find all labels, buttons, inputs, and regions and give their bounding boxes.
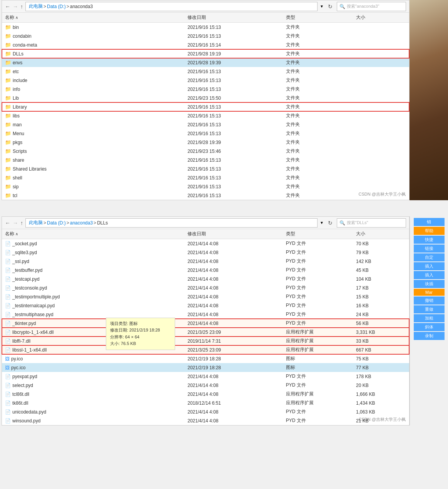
up-icon[interactable]: ↑ xyxy=(20,3,23,10)
table-row[interactable]: 📁tcl2021/9/16 15:13文件夹 xyxy=(2,191,409,200)
table-row[interactable]: 📄libffi-7.dll2019/11/14 7:31应用程序扩展33 KB xyxy=(2,337,409,345)
table-row[interactable]: 📁etc2021/9/16 15:13文件夹 xyxy=(2,67,409,76)
file-type-cell: PYD 文件 xyxy=(283,407,353,416)
table-row[interactable]: 📁libs2021/9/16 15:13文件夹 xyxy=(2,111,409,120)
search-box-1[interactable]: 🔍 搜索"anaconda3" xyxy=(337,2,406,11)
refresh-button-2[interactable]: ↻ xyxy=(326,219,334,227)
path2-thispc[interactable]: 此电脑 xyxy=(29,219,43,226)
table-row[interactable]: 📁pkgs2021/9/28 19:39文件夹 xyxy=(2,138,409,147)
table-row[interactable]: 📁sip2021/9/16 15:13文件夹 xyxy=(2,182,409,191)
table-row[interactable]: 📁man2021/9/16 15:13文件夹 xyxy=(2,120,409,129)
path2-datad[interactable]: Data (D:) xyxy=(47,220,66,226)
table-row[interactable]: 📁Menu2021/9/16 15:13文件夹 xyxy=(2,129,409,138)
sidebar-btn-custom[interactable]: 自定 xyxy=(414,253,445,261)
file-name-cell: 📁info xyxy=(2,85,184,94)
file-size-cell xyxy=(353,156,409,164)
sidebar-btn-undo[interactable]: 撤销 xyxy=(414,296,445,305)
forward-icon-2[interactable]: → xyxy=(13,220,18,226)
sidebar-btn-cancel[interactable]: 销 xyxy=(414,218,445,226)
file-type-cell: 应用程序扩展 xyxy=(283,337,353,345)
col-type-2[interactable]: 类型 xyxy=(283,229,353,239)
table-row[interactable]: 📄_ssl.pyd2021/4/14 4:08PYD 文件142 KB xyxy=(2,257,409,266)
sidebar-btn-block[interactable]: 块插 xyxy=(414,280,445,288)
table-row[interactable]: 📁Lib2021/9/23 15:50文件夹 xyxy=(2,94,409,102)
table-row[interactable]: 📁condabin2021/9/16 15:13文件夹 xyxy=(2,32,409,40)
dropdown-icon[interactable]: ▼ xyxy=(320,4,324,8)
path2-anaconda3[interactable]: anaconda3 xyxy=(70,220,93,226)
folder-icon: 📁 xyxy=(5,184,11,189)
forward-icon[interactable]: → xyxy=(13,3,18,10)
table-row[interactable]: 📄_testinternalcapi.pyd2021/4/14 4:08PYD … xyxy=(2,301,409,310)
dropdown-icon-2[interactable]: ▼ xyxy=(320,221,324,225)
table-row[interactable]: 🖼py.ico2021/2/19 18:28图标75 KB xyxy=(2,354,409,363)
sidebar-btn-record[interactable]: 录制 xyxy=(414,332,445,340)
file-type-cell: 文件夹 xyxy=(283,156,353,164)
pyd-icon: 📄 xyxy=(5,294,11,300)
table-row[interactable]: 🖼pyc.ico2021/2/19 18:28图标77 KB xyxy=(2,363,409,372)
table-row[interactable]: 📄_tkinter.pyd2021/4/14 4:08PYD 文件56 KB xyxy=(2,319,409,328)
table-row[interactable]: 📁envs2021/9/28 19:39文件夹 xyxy=(2,58,409,67)
folder-icon: 📁 xyxy=(5,33,11,39)
col-type-1[interactable]: 类型 xyxy=(283,13,353,23)
table-row[interactable]: 📄_testconsole.pyd2021/4/14 4:08PYD 文件17 … xyxy=(2,283,409,292)
sidebar-btn-insert1[interactable]: 插入 xyxy=(414,262,445,270)
table-row[interactable]: 📁info2021/9/16 15:13文件夹 xyxy=(2,85,409,94)
table-row[interactable]: 📄tk86t.dll2018/12/14 6:51应用程序扩展1,434 KB xyxy=(2,399,409,407)
path-thispc[interactable]: 此电脑 xyxy=(29,3,43,10)
sidebar-btn-insert2[interactable]: 插入 xyxy=(414,271,445,279)
col-size-1[interactable]: 大小 xyxy=(353,13,409,23)
back-icon[interactable]: ← xyxy=(5,3,10,10)
table-row[interactable]: 📄select.pyd2021/4/14 4:08PYD 文件20 KB xyxy=(2,381,409,390)
sidebar-btn-quick[interactable]: 快捷 xyxy=(414,236,445,244)
right-sidebar: 销 帮助 快捷 链接 自定 插入 插入 块插 Mar 撤销 重做 加粗 斜体 录… xyxy=(410,216,448,425)
file-name-cell: 📄_ssl.pyd xyxy=(2,257,184,266)
col-name-2[interactable]: 名称 ∧ xyxy=(2,229,184,239)
path-datad[interactable]: Data (D:) xyxy=(47,4,66,9)
sidebar-btn-link[interactable]: 链接 xyxy=(414,244,445,253)
table-row[interactable]: 📁shell2021/9/16 15:13文件夹 xyxy=(2,173,409,182)
table-row[interactable]: 📄pyexpat.pyd2021/4/14 4:08PYD 文件178 KB xyxy=(2,372,409,381)
back-icon-2[interactable]: ← xyxy=(5,220,10,226)
search-box-2[interactable]: 🔍 搜索"DLLs" xyxy=(337,218,406,228)
file-name-cell: 📁pkgs xyxy=(2,138,184,147)
col-date-2[interactable]: 修改日期 xyxy=(184,229,283,239)
table-row[interactable]: 📄_sqlite3.pyd2021/4/14 4:08PYD 文件79 KB xyxy=(2,248,409,257)
up-icon-2[interactable]: ↑ xyxy=(20,220,23,226)
sidebar-btn-bold[interactable]: 加粗 xyxy=(414,314,445,322)
file-size-cell: 20 KB xyxy=(353,381,409,390)
col-size-2[interactable]: 大小 xyxy=(353,229,409,239)
sidebar-btn-redo[interactable]: 重做 xyxy=(414,305,445,313)
table-row[interactable]: 📁include2021/9/16 15:13文件夹 xyxy=(2,76,409,85)
table-row[interactable]: 📄unicodedata.pyd2021/4/14 4:08PYD 文件1,06… xyxy=(2,407,409,416)
refresh-button-1[interactable]: ↻ xyxy=(326,2,334,11)
file-size-cell: 33 KB xyxy=(353,337,409,345)
dll-icon: 📄 xyxy=(5,392,11,397)
sidebar-btn-mar[interactable]: Mar xyxy=(414,289,445,296)
sidebar-btn-help[interactable]: 帮助 xyxy=(414,227,445,235)
table-row[interactable]: 📁Library2021/9/16 15:13文件夹 xyxy=(2,102,409,111)
file-date-cell: 2021/9/16 15:13 xyxy=(184,102,283,111)
col-name-1[interactable]: 名称 ∧ xyxy=(2,13,184,23)
table-row[interactable]: 📄_testimportmultiple.pyd2021/4/14 4:08PY… xyxy=(2,292,409,301)
table-row[interactable]: 📁conda-meta2021/9/16 15:14文件夹 xyxy=(2,40,409,49)
sidebar-btn-italic[interactable]: 斜体 xyxy=(414,323,445,331)
table-row[interactable]: 📁share2021/9/16 15:13文件夹 xyxy=(2,156,409,164)
table-row[interactable]: 📁Shared Libraries2021/9/16 15:13文件夹 xyxy=(2,164,409,173)
table-row[interactable]: 📄winsound.pyd2021/4/14 4:08PYD 文件21 KB xyxy=(2,416,409,425)
table-row[interactable]: 📄_testcapi.pyd2021/4/14 4:08PYD 文件104 KB xyxy=(2,275,409,283)
address-bar-1: ← → ↑ 此电脑 > Data (D:) > anaconda3 ▼ ↻ 🔍 … xyxy=(2,0,409,13)
table-row[interactable]: 📄_testmultiphase.pyd2021/4/14 4:08PYD 文件… xyxy=(2,310,409,319)
table-row[interactable]: 📁Scripts2021/9/23 15:46文件夹 xyxy=(2,147,409,156)
file-date-cell: 2021/9/16 15:13 xyxy=(184,76,283,85)
table-row[interactable]: 📁DLLs2021/9/28 19:19文件夹 xyxy=(2,49,409,58)
file-name-cell: 📁sip xyxy=(2,182,184,191)
col-date-1[interactable]: 修改日期 xyxy=(184,13,283,23)
table-row[interactable]: 📄tcl86t.dll2021/4/14 4:08应用程序扩展1,666 KB xyxy=(2,390,409,399)
table-row[interactable]: 📄_socket.pyd2021/4/14 4:08PYD 文件70 KB xyxy=(2,239,409,248)
table-row[interactable]: 📄libssl-1_1-x64.dll2021/3/25 23:09应用程序扩展… xyxy=(2,345,409,354)
table-row[interactable]: 📁bin2021/9/16 15:13文件夹 xyxy=(2,23,409,32)
table-row[interactable]: 📄libcrypto-1_1-x64.dll2021/3/25 23:09应用程… xyxy=(2,328,409,337)
file-size-cell xyxy=(353,32,409,40)
file-type-cell: 文件夹 xyxy=(283,76,353,85)
table-row[interactable]: 📄_testbuffer.pyd2021/4/14 4:08PYD 文件45 K… xyxy=(2,266,409,275)
